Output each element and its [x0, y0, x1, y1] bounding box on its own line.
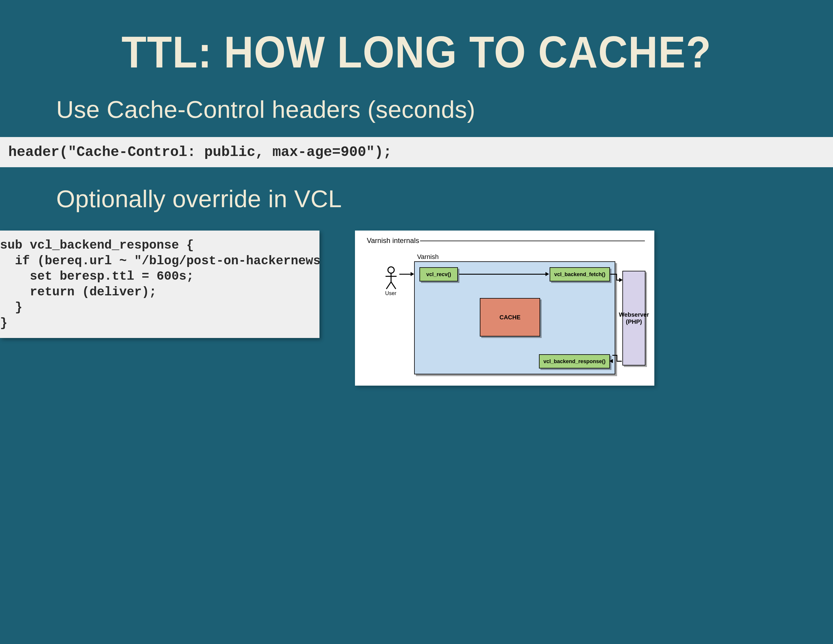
node-vcl-recv: vcl_recv(): [420, 267, 458, 282]
webserver-label-line1: Webserver: [619, 311, 649, 318]
svg-line-3: [386, 282, 391, 289]
arrowhead-recv-to-fetch: [545, 272, 549, 276]
arrow-recv-to-fetch: [459, 274, 546, 275]
slide-title: TTL: HOW LONG TO CACHE?: [34, 27, 800, 78]
code-vcl-backend-response: sub vcl_backend_response { if (bereq.url…: [0, 230, 320, 338]
conn-ws-to-resp-v: [616, 355, 618, 361]
diagram-title: Varnish internals: [367, 237, 419, 245]
arrowhead-ws-to-resp: [609, 359, 613, 363]
node-vcl-backend-response: vcl_backend_response(): [539, 354, 610, 369]
varnish-container-box: vcl_recv() vcl_backend_fetch() CACHE vcl…: [414, 261, 615, 374]
arrowhead-fetch-to-ws: [619, 278, 623, 282]
user-actor-label: User: [385, 290, 396, 296]
svg-point-0: [388, 267, 394, 273]
user-actor-icon: User: [382, 266, 400, 296]
conn-ws-to-resp-h1: [612, 355, 617, 356]
webserver-label-line2: (PHP): [626, 318, 642, 325]
diagram-varnish-internals: Varnish internals Varnish User vcl_recv(…: [355, 230, 654, 386]
diagram-title-rule: [420, 241, 645, 241]
node-vcl-backend-fetch: vcl_backend_fetch(): [550, 267, 610, 282]
subheading-vcl-override: Optionally override in VCL: [56, 185, 833, 213]
lower-content-row: sub vcl_backend_response { if (bereq.url…: [0, 230, 833, 396]
svg-line-4: [391, 282, 396, 289]
arrowhead-user-to-varnish: [410, 272, 414, 276]
conn-fetch-out-v: [616, 274, 617, 280]
subheading-cache-control: Use Cache-Control headers (seconds): [56, 96, 833, 123]
arrow-user-to-varnish: [399, 274, 411, 275]
conn-fetch-out-h: [610, 274, 616, 275]
varnish-container-label: Varnish: [417, 253, 439, 261]
node-webserver: Webserver (PHP): [622, 271, 645, 365]
code-cache-control-header: header("Cache-Control: public, max-age=9…: [0, 137, 833, 167]
node-cache: CACHE: [480, 298, 540, 336]
